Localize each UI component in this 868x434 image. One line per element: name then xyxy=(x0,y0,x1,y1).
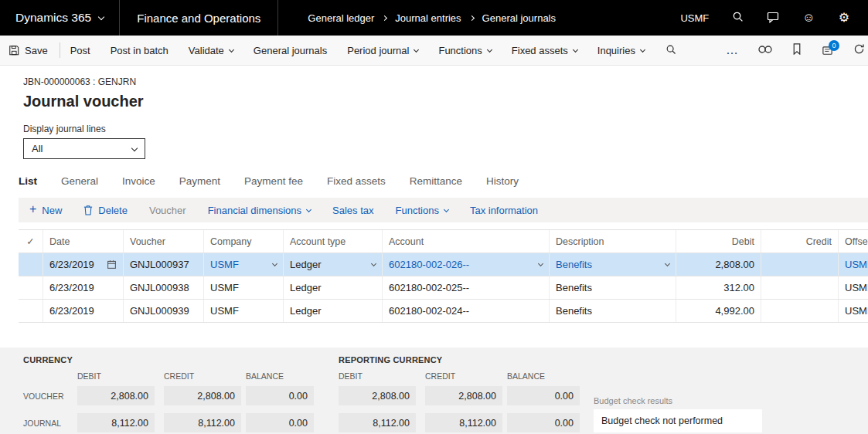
cell-company[interactable]: USMF xyxy=(204,276,284,299)
inquiries-menu-button[interactable]: Inquiries xyxy=(587,36,655,65)
column-header-account-type[interactable]: Account type xyxy=(284,230,383,253)
financial-dimensions-menu-button[interactable]: Financial dimensions xyxy=(197,198,322,222)
breadcrumb: General ledger Journal entries General j… xyxy=(278,12,556,24)
cell-voucher[interactable]: GNJL000938 xyxy=(124,276,204,299)
column-header-account[interactable]: Account xyxy=(383,230,550,253)
chevron-down-icon xyxy=(573,46,578,52)
tax-information-button[interactable]: Tax information xyxy=(459,198,549,222)
voucher-button[interactable]: Voucher xyxy=(138,198,197,222)
tab-fixed-assets[interactable]: Fixed assets xyxy=(327,175,386,187)
app-launcher-button[interactable]: Dynamics 365 xyxy=(0,11,119,25)
cell-description[interactable]: Benefits xyxy=(550,300,676,322)
chevron-down-icon[interactable] xyxy=(538,261,543,266)
period-journal-menu-button[interactable]: Period journal xyxy=(337,36,428,65)
breadcrumb-journal-entries[interactable]: Journal entries xyxy=(395,12,461,24)
cell-company[interactable]: USMF xyxy=(204,300,284,322)
cell-account-type[interactable]: Ledger xyxy=(284,253,383,276)
row-select-cell[interactable] xyxy=(19,276,43,299)
more-options-icon[interactable]: … xyxy=(726,43,738,57)
journal-reporting-balance: 0.00 xyxy=(507,413,580,432)
chevron-down-icon[interactable] xyxy=(665,261,670,266)
post-button[interactable]: Post xyxy=(60,36,100,65)
refresh-icon[interactable] xyxy=(853,43,865,57)
cell-description[interactable]: Benefits xyxy=(550,253,676,276)
chevron-down-icon xyxy=(131,144,138,151)
command-search-icon[interactable] xyxy=(655,44,687,57)
sales-tax-button[interactable]: Sales tax xyxy=(322,198,384,222)
display-journal-lines-select[interactable]: All xyxy=(23,138,145,159)
chevron-down-icon xyxy=(98,14,104,20)
chevron-down-icon[interactable] xyxy=(371,261,376,266)
table-row[interactable]: 6/23/2019 GNJL000937 USMF Ledger 602180-… xyxy=(19,253,868,276)
trash-icon xyxy=(83,205,93,215)
tab-invoice[interactable]: Invoice xyxy=(122,175,155,187)
company-picker[interactable]: USMF xyxy=(680,12,709,24)
cell-account[interactable]: 602180-002-025-- xyxy=(383,276,550,299)
cell-offset-account-type[interactable]: USMF xyxy=(839,253,868,276)
tab-list[interactable]: List xyxy=(19,175,37,187)
calendar-icon[interactable] xyxy=(107,259,117,270)
tab-history[interactable]: History xyxy=(486,175,519,187)
bookmark-icon[interactable] xyxy=(792,43,802,57)
column-header-credit[interactable]: Credit xyxy=(761,230,839,253)
column-header-debit[interactable]: Debit xyxy=(676,230,761,253)
app-name[interactable]: Finance and Operations xyxy=(120,12,277,25)
chevron-down-icon[interactable] xyxy=(272,261,277,266)
new-button[interactable]: + New xyxy=(19,198,73,222)
journal-reporting-credit: 8,112.00 xyxy=(425,413,502,432)
cell-date[interactable]: 6/23/2019 xyxy=(43,300,124,322)
breadcrumb-general-journals[interactable]: General journals xyxy=(482,12,556,24)
column-header-voucher[interactable]: Voucher xyxy=(124,230,204,253)
save-button[interactable]: Save xyxy=(0,45,60,56)
general-journals-button[interactable]: General journals xyxy=(243,36,337,65)
cell-debit[interactable]: 4,992.00 xyxy=(676,300,761,322)
cell-description[interactable]: Benefits xyxy=(550,276,676,299)
fixed-assets-menu-button[interactable]: Fixed assets xyxy=(502,36,587,65)
row-select-cell[interactable] xyxy=(19,300,43,322)
journal-reporting-debit: 8,112.00 xyxy=(339,413,416,432)
tab-remittance[interactable]: Remittance xyxy=(410,175,462,187)
cell-account-type[interactable]: Ledger xyxy=(284,300,383,322)
glasses-icon[interactable] xyxy=(758,45,772,56)
cell-debit[interactable]: 312.00 xyxy=(676,276,761,299)
cell-date[interactable]: 6/23/2019 xyxy=(43,253,124,276)
tab-general[interactable]: General xyxy=(61,175,98,187)
topbar-right-controls: USMF ☺ ⚙ xyxy=(680,11,868,25)
message-center-icon[interactable]: 0 xyxy=(822,45,833,56)
row-select-cell[interactable] xyxy=(19,253,43,276)
breadcrumb-general-ledger[interactable]: General ledger xyxy=(308,12,374,24)
journal-lines-grid: ✓ Date Voucher Company Account type Acco… xyxy=(19,229,868,323)
column-header-offset-account-type[interactable]: Offset account type xyxy=(839,230,868,253)
functions-strip-menu-button[interactable]: Functions xyxy=(385,198,459,222)
settings-gear-icon[interactable]: ⚙ xyxy=(839,12,849,24)
feedback-chat-icon[interactable] xyxy=(767,11,779,25)
cell-offset-account-type[interactable]: USMF xyxy=(839,276,868,299)
column-header-description[interactable]: Description xyxy=(550,230,676,253)
column-header-date[interactable]: Date xyxy=(43,230,124,253)
cell-account[interactable]: 602180-002-024-- xyxy=(383,300,550,322)
cell-debit[interactable]: 2,808.00 xyxy=(676,253,761,276)
table-row[interactable]: 6/23/2019 GNJL000938 USMF Ledger 602180-… xyxy=(19,276,868,300)
cell-offset-account-type[interactable]: USMF xyxy=(839,300,868,322)
cell-voucher[interactable]: GNJL000937 xyxy=(124,253,204,276)
cell-account-type[interactable]: Ledger xyxy=(284,276,383,299)
cell-account[interactable]: 602180-002-026-- xyxy=(383,253,550,276)
cell-company[interactable]: USMF xyxy=(204,253,284,276)
cell-credit[interactable] xyxy=(761,300,839,322)
select-all-header[interactable]: ✓ xyxy=(19,230,43,253)
cell-voucher[interactable]: GNJL000939 xyxy=(124,300,204,322)
search-icon[interactable] xyxy=(732,11,744,25)
functions-menu-button[interactable]: Functions xyxy=(428,36,501,65)
delete-button[interactable]: Delete xyxy=(73,198,138,222)
validate-menu-button[interactable]: Validate xyxy=(179,36,243,65)
cell-credit[interactable] xyxy=(761,276,839,299)
cell-date[interactable]: 6/23/2019 xyxy=(43,276,124,299)
validate-label: Validate xyxy=(189,45,224,56)
column-header-company[interactable]: Company xyxy=(204,230,284,253)
tab-payment-fee[interactable]: Payment fee xyxy=(244,175,303,187)
cell-credit[interactable] xyxy=(761,253,839,276)
tab-payment[interactable]: Payment xyxy=(179,175,220,187)
table-row[interactable]: 6/23/2019 GNJL000939 USMF Ledger 602180-… xyxy=(19,300,868,323)
smiley-icon[interactable]: ☺ xyxy=(802,12,815,24)
post-in-batch-button[interactable]: Post in batch xyxy=(100,36,179,65)
